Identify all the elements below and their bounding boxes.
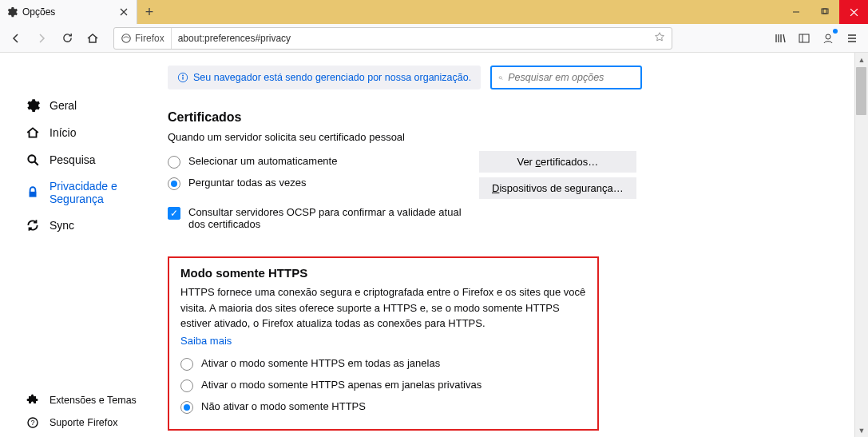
back-button[interactable] — [5, 27, 27, 50]
sidebar-item-label: Pesquisa — [50, 153, 96, 166]
svg-rect-11 — [182, 77, 183, 80]
app-menu-button[interactable] — [841, 27, 863, 50]
certificates-heading: Certificados — [168, 110, 836, 125]
reload-button[interactable] — [56, 27, 78, 50]
sidebar-item-extensions[interactable]: Extensões e Temas — [19, 389, 155, 411]
svg-point-5 — [28, 155, 35, 162]
checkbox-label: Consultar servidores OCSP para confirmar… — [188, 206, 463, 230]
library-button[interactable] — [769, 27, 791, 50]
radio-label: Ativar o modo somente HTTPS em todas as … — [201, 357, 440, 369]
new-tab-button[interactable]: + — [137, 0, 161, 24]
gear-icon — [26, 98, 40, 113]
sidebar-item-search[interactable]: Pesquisa — [19, 147, 152, 173]
svg-point-10 — [182, 75, 184, 77]
svg-point-2 — [122, 34, 131, 42]
radio-ask-every-time[interactable] — [168, 177, 180, 190]
minimize-button[interactable] — [782, 0, 811, 24]
lock-icon — [26, 185, 40, 200]
search-icon — [498, 73, 503, 83]
help-icon: ? — [26, 415, 40, 430]
radio-label: Perguntar todas as vezes — [188, 177, 306, 189]
radio-https-all[interactable] — [180, 358, 193, 371]
sync-icon — [26, 218, 40, 232]
firefox-icon — [121, 33, 132, 44]
svg-rect-0 — [822, 9, 826, 14]
sidebar-item-label: Suporte Firefox — [50, 417, 117, 428]
url-text: about:preferences#privacy — [172, 33, 648, 44]
sidebar-item-label: Privacidade e Segurança — [50, 180, 145, 205]
svg-point-4 — [826, 34, 830, 39]
managed-banner: Seu navegador está sendo gerenciado por … — [168, 66, 481, 89]
titlebar: Opções + — [0, 0, 868, 24]
scroll-up-button[interactable]: ▲ — [855, 53, 868, 66]
svg-rect-1 — [823, 9, 828, 14]
sidebar-item-privacy[interactable]: Privacidade e Segurança — [19, 174, 152, 211]
identity-label: Firefox — [135, 33, 164, 44]
sidebar-item-label: Geral — [50, 99, 77, 112]
info-icon — [177, 72, 188, 83]
https-only-section: Modo somente HTTPS HTTPS fornece uma con… — [168, 256, 599, 431]
sidebar-toggle-button[interactable] — [793, 27, 815, 50]
close-window-button[interactable] — [839, 0, 868, 24]
puzzle-icon — [26, 393, 40, 407]
svg-rect-6 — [30, 192, 37, 197]
url-bar[interactable]: Firefox about:preferences#privacy — [113, 27, 672, 50]
managed-link[interactable]: Seu navegador está sendo gerenciado por … — [193, 72, 471, 83]
learn-more-link[interactable]: Saiba mais — [180, 335, 232, 347]
bookmark-star-icon[interactable] — [648, 31, 672, 45]
preferences-sidebar: Geral Início Pesquisa Privacidade e Segu… — [0, 53, 152, 437]
https-heading: Modo somente HTTPS — [180, 266, 586, 280]
radio-https-private[interactable] — [180, 379, 193, 392]
maximize-button[interactable] — [811, 0, 839, 24]
identity-box[interactable]: Firefox — [114, 28, 172, 49]
view-certificates-button[interactable]: Ver certificados… — [479, 151, 636, 173]
tab-title: Opções — [22, 6, 113, 18]
account-button[interactable] — [817, 27, 839, 50]
certificates-subtitle: Quando um servidor solicita seu certific… — [168, 131, 836, 143]
gear-icon — [6, 6, 18, 18]
sidebar-item-label: Extensões e Temas — [50, 395, 137, 406]
preferences-search[interactable] — [490, 66, 642, 89]
sidebar-item-label: Sync — [50, 219, 74, 232]
home-icon — [26, 125, 40, 140]
radio-label: Selecionar um automaticamente — [188, 155, 337, 167]
svg-point-12 — [499, 76, 501, 78]
search-icon — [26, 153, 40, 167]
sidebar-item-sync[interactable]: Sync — [19, 213, 152, 238]
sidebar-item-general[interactable]: Geral — [19, 93, 152, 118]
security-devices-button[interactable]: Dispositivos de segurança… — [479, 177, 636, 199]
browser-tab[interactable]: Opções — [0, 0, 137, 24]
window-controls — [782, 0, 868, 24]
svg-text:?: ? — [30, 419, 34, 427]
close-tab-icon[interactable] — [117, 6, 130, 18]
radio-label: Não ativar o modo somente HTTPS — [201, 400, 366, 412]
radio-https-off[interactable] — [180, 401, 193, 414]
sidebar-bottom: Extensões e Temas ? Suporte Firefox — [19, 389, 155, 434]
checkbox-ocsp[interactable] — [168, 207, 180, 220]
https-description: HTTPS fornece uma conexão segura e cript… — [180, 284, 586, 332]
forward-button[interactable] — [30, 27, 53, 50]
toolbar: Firefox about:preferences#privacy — [0, 24, 868, 53]
home-button[interactable] — [81, 27, 104, 50]
main-pane: Seu navegador está sendo gerenciado por … — [152, 53, 868, 437]
radio-select-auto[interactable] — [168, 156, 180, 169]
sidebar-item-label: Início — [50, 126, 76, 139]
sidebar-item-home[interactable]: Início — [19, 120, 152, 145]
search-input[interactable] — [508, 72, 634, 83]
scroll-down-button[interactable]: ▼ — [855, 423, 868, 437]
vertical-scrollbar[interactable]: ▲ ▼ — [854, 53, 868, 437]
svg-rect-3 — [799, 34, 809, 42]
radio-label: Ativar o modo somente HTTPS apenas em ja… — [201, 379, 482, 391]
sidebar-item-support[interactable]: ? Suporte Firefox — [19, 411, 155, 434]
content-area: Geral Início Pesquisa Privacidade e Segu… — [0, 53, 868, 437]
scroll-thumb[interactable] — [856, 67, 866, 115]
